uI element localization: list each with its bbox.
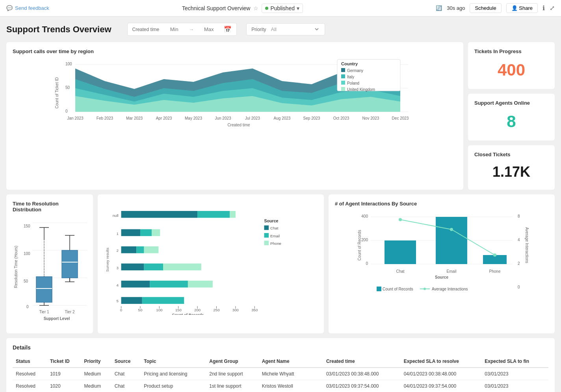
svg-text:2: 2 xyxy=(518,261,520,266)
svg-rect-97 xyxy=(264,226,269,230)
share-button[interactable]: 👤 Share xyxy=(506,3,538,13)
closed-tickets-value: 1.17K xyxy=(474,161,548,183)
min-input[interactable] xyxy=(162,26,186,32)
max-input[interactable] xyxy=(197,26,221,32)
svg-rect-76 xyxy=(188,281,213,287)
svg-text:Tier 1: Tier 1 xyxy=(39,310,49,314)
area-chart-card: Support calls over time by region 100 50… xyxy=(6,42,463,190)
details-table-title: Details xyxy=(13,344,548,351)
svg-text:Feb 2023: Feb 2023 xyxy=(97,116,113,120)
svg-text:Mar 2023: Mar 2023 xyxy=(126,116,143,120)
svg-rect-28 xyxy=(341,87,345,91)
svg-text:2: 2 xyxy=(116,248,118,253)
svg-text:Resolution Time (Hours): Resolution Time (Hours) xyxy=(14,246,18,288)
dashboard-title-nav: Technical Support Overview xyxy=(182,5,251,11)
table-body: Resolved1019MediumChatPricing and licens… xyxy=(13,368,548,392)
charts-bottom-row: Time to Resolution Distribution 150 100 … xyxy=(6,194,555,333)
svg-rect-69 xyxy=(136,246,144,253)
svg-rect-26 xyxy=(341,81,345,85)
svg-text:May 2023: May 2023 xyxy=(185,116,202,120)
svg-rect-77 xyxy=(121,297,142,304)
svg-text:Jun 2023: Jun 2023 xyxy=(215,116,231,120)
svg-rect-72 xyxy=(144,264,163,270)
feedback-icon: 💬 xyxy=(6,5,13,11)
svg-text:Jan 2023: Jan 2023 xyxy=(67,116,84,120)
svg-rect-65 xyxy=(121,229,140,236)
col-topic: Topic xyxy=(141,355,206,368)
svg-point-129 xyxy=(424,288,426,290)
svg-text:United Kingdom: United Kingdom xyxy=(347,87,375,92)
svg-text:Chat: Chat xyxy=(396,269,404,274)
dashboard-header: Support Trends Overview Created time → 📅… xyxy=(6,23,555,36)
bar-chart-card: null 1 2 3 4 5 xyxy=(98,194,324,333)
svg-rect-68 xyxy=(121,246,137,253)
closed-tickets-card: Closed Tickets 1.17K xyxy=(468,145,555,190)
svg-text:4: 4 xyxy=(116,283,119,287)
svg-text:0: 0 xyxy=(120,308,122,312)
fullscreen-icon[interactable]: ⤢ xyxy=(550,4,555,12)
col-expected-sla-fin: Expected SLA to fin xyxy=(481,355,548,368)
charts-top-row: Support calls over time by region 100 50… xyxy=(6,42,555,190)
svg-rect-101 xyxy=(264,240,269,245)
col-expected-sla-resolve: Expected SLA to resolve xyxy=(401,355,482,368)
top-navigation: 💬 Send feedback Technical Support Overvi… xyxy=(0,0,561,17)
svg-point-118 xyxy=(450,228,453,231)
svg-text:Source: Source xyxy=(435,275,448,279)
svg-text:null: null xyxy=(113,213,119,218)
agents-online-title: Support Agents Online xyxy=(474,100,548,106)
stats-side: Tickets In Progress 400 Support Agents O… xyxy=(468,42,555,190)
priority-filter: Priority All High Medium Low xyxy=(246,23,325,35)
svg-rect-47 xyxy=(62,250,78,278)
svg-text:300: 300 xyxy=(232,308,239,312)
col-source: Source xyxy=(111,355,141,368)
priority-label: Priority xyxy=(251,27,266,32)
created-time-label: Created time xyxy=(132,27,160,32)
svg-text:100: 100 xyxy=(24,251,30,256)
published-status[interactable]: Published ▾ xyxy=(262,4,303,13)
svg-text:0: 0 xyxy=(65,109,68,113)
svg-point-117 xyxy=(399,218,402,221)
col-status: Status xyxy=(13,355,47,368)
svg-text:Oct 2023: Oct 2023 xyxy=(333,116,349,120)
svg-rect-67 xyxy=(152,229,160,236)
col-priority: Priority xyxy=(81,355,111,368)
svg-text:150: 150 xyxy=(175,308,182,312)
svg-point-119 xyxy=(493,253,496,257)
svg-text:3: 3 xyxy=(116,266,118,270)
send-feedback-button[interactable]: 💬 Send feedback xyxy=(6,5,49,11)
chevron-down-icon: ▾ xyxy=(297,5,299,11)
svg-text:Count of Records: Count of Records xyxy=(383,287,413,291)
nav-center: Technical Support Overview ☆ Published ▾ xyxy=(182,4,303,13)
svg-rect-66 xyxy=(140,229,152,236)
interactions-chart-svg: 400 200 0 8 4 2 0 xyxy=(335,210,548,316)
svg-text:Phone: Phone xyxy=(489,269,501,274)
svg-rect-63 xyxy=(197,211,230,218)
priority-select[interactable]: All High Medium Low xyxy=(269,26,320,33)
refresh-icon: 🔄 xyxy=(436,5,442,11)
svg-rect-78 xyxy=(142,297,184,304)
area-chart-title: Support calls over time by region xyxy=(13,48,457,54)
svg-rect-70 xyxy=(144,246,159,253)
calendar-icon[interactable]: 📅 xyxy=(224,26,232,33)
svg-text:Count of Records: Count of Records xyxy=(357,230,362,261)
col-created-time: Created time xyxy=(323,355,401,368)
svg-rect-64 xyxy=(230,211,236,218)
tickets-in-progress-title: Tickets In Progress xyxy=(474,48,548,54)
agents-online-card: Support Agents Online 8 xyxy=(468,94,555,141)
svg-text:Phone: Phone xyxy=(270,241,281,246)
svg-rect-22 xyxy=(341,68,345,72)
svg-text:Source: Source xyxy=(264,218,279,223)
star-icon[interactable]: ☆ xyxy=(253,5,258,11)
svg-rect-24 xyxy=(341,74,345,78)
share-icon: 👤 xyxy=(511,5,518,11)
svg-rect-62 xyxy=(121,211,198,218)
time-ago: 30s ago xyxy=(447,5,465,11)
svg-text:Poland: Poland xyxy=(347,81,359,85)
col-ticket-id: Ticket ID xyxy=(47,355,81,368)
svg-rect-71 xyxy=(121,264,144,270)
svg-text:4: 4 xyxy=(518,238,520,242)
svg-text:Apr 2023: Apr 2023 xyxy=(156,116,172,120)
info-icon[interactable]: ℹ xyxy=(542,4,545,12)
svg-rect-40 xyxy=(36,277,52,302)
schedule-button[interactable]: Schedule xyxy=(470,3,501,13)
